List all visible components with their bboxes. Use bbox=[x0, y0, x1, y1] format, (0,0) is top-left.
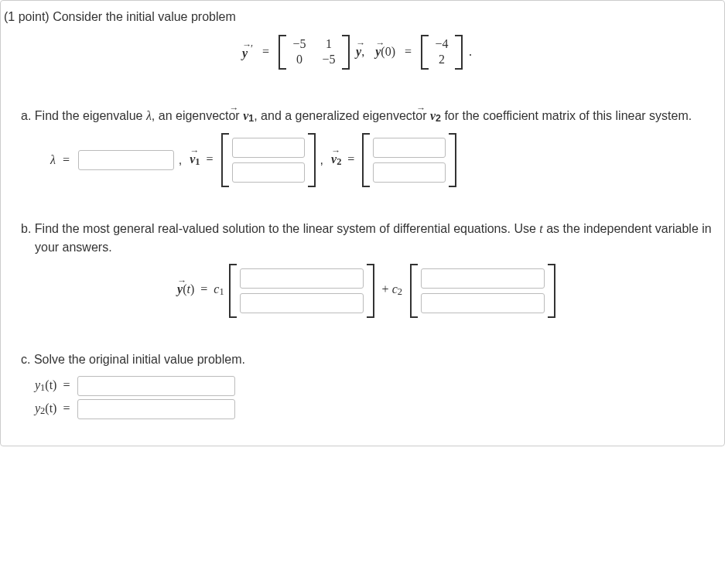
part-c-text: c. Solve the original initial value prob… bbox=[21, 350, 712, 368]
comma-2: , bbox=[320, 153, 323, 167]
y-vec: y bbox=[356, 45, 361, 58]
y-prime-vec: y bbox=[242, 46, 248, 60]
v2-eq-label: v2 = bbox=[328, 152, 357, 168]
c2-row1-input[interactable] bbox=[421, 268, 545, 289]
comma-1: , bbox=[179, 153, 182, 167]
c2-row2-input[interactable] bbox=[421, 293, 545, 313]
v2-matrix bbox=[362, 133, 456, 187]
c2-matrix bbox=[410, 264, 555, 318]
A-10: 0 bbox=[290, 53, 309, 67]
A-11: −5 bbox=[320, 53, 338, 67]
part-b-text: b. Find the most general real-valued sol… bbox=[21, 220, 712, 255]
equals-2: = bbox=[402, 45, 415, 59]
part-c: c. Solve the original initial value prob… bbox=[21, 350, 712, 419]
y0-vec-label: y bbox=[375, 45, 381, 58]
matrix-A: −5 1 0 −5 bbox=[279, 35, 350, 70]
v1-symbol: v bbox=[243, 109, 248, 122]
v2-row2-input[interactable] bbox=[373, 162, 446, 183]
initial-value-equation: y′ = −5 1 0 −5 y, y(0) = bbox=[2, 35, 712, 70]
equals-1: = bbox=[259, 45, 272, 59]
v1-matrix bbox=[221, 133, 316, 187]
c1-row1-input[interactable] bbox=[240, 268, 364, 289]
y1-input[interactable] bbox=[77, 376, 235, 396]
y0-1: 2 bbox=[432, 53, 451, 67]
plus-c2-label: + c2 bbox=[379, 282, 405, 298]
part-a-letter: a. bbox=[21, 109, 31, 122]
v2-row1-input[interactable] bbox=[373, 138, 446, 158]
intro-text: Consider the initial value problem bbox=[53, 10, 236, 23]
A-00: −5 bbox=[290, 37, 309, 51]
y-of-t-label: y(t) = c1 bbox=[177, 282, 224, 298]
points-label: (1 point) bbox=[4, 10, 50, 23]
lambda-input[interactable] bbox=[78, 150, 174, 170]
intro-line: (1 point) Consider the initial value pro… bbox=[2, 10, 712, 24]
part-b: b. Find the most general real-valued sol… bbox=[21, 220, 712, 317]
c1-matrix bbox=[229, 264, 374, 318]
part-b-letter: b. bbox=[21, 222, 31, 235]
v2-symbol: v bbox=[430, 109, 436, 122]
part-a-inputs-row: λ = , v1 = , v2 = bbox=[50, 133, 712, 187]
y0-vector: −4 2 bbox=[421, 35, 463, 70]
part-b-inputs-row: y(t) = c1 + c2 bbox=[21, 264, 712, 318]
period: . bbox=[469, 45, 472, 59]
part-a-text: a. Find the eigenvalue λ, an eigenvector… bbox=[21, 107, 712, 126]
part-c-letter: c. bbox=[21, 353, 30, 366]
problem-container: (1 point) Consider the initial value pro… bbox=[0, 0, 725, 446]
y2-input[interactable] bbox=[77, 399, 235, 419]
v1-row2-input[interactable] bbox=[232, 162, 305, 183]
lambda-symbol: λ bbox=[146, 109, 152, 122]
y1-row: y1(t) = bbox=[35, 376, 712, 396]
y1-label: y1(t) = bbox=[35, 378, 73, 394]
y2-label: y2(t) = bbox=[35, 401, 73, 417]
c1-row2-input[interactable] bbox=[240, 293, 364, 313]
y0-0: −4 bbox=[432, 37, 451, 51]
lambda-eq-label: λ = bbox=[50, 153, 73, 167]
v1-eq-label: v1 = bbox=[186, 152, 216, 168]
y2-row: y2(t) = bbox=[35, 399, 712, 419]
v1-row1-input[interactable] bbox=[232, 138, 305, 158]
A-01: 1 bbox=[320, 37, 338, 51]
part-a: a. Find the eigenvalue λ, an eigenvector… bbox=[21, 107, 712, 188]
